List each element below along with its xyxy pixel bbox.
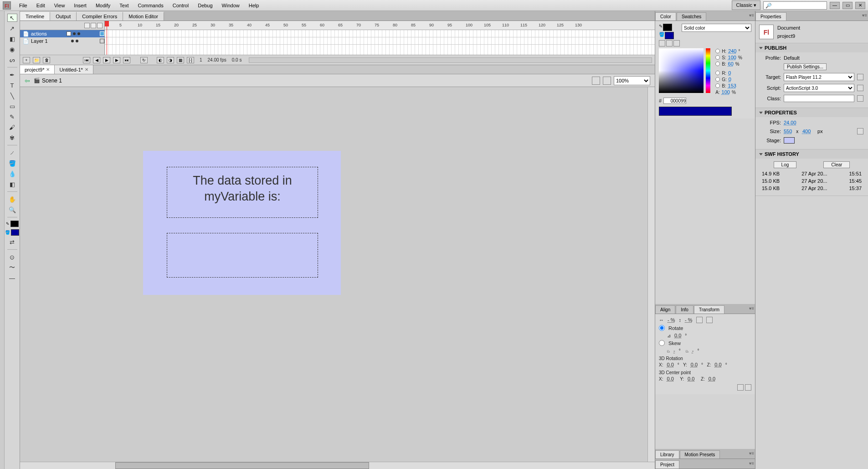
swf-log-button[interactable]: Log bbox=[774, 161, 797, 168]
tab-compiler-errors[interactable]: Compiler Errors bbox=[77, 12, 123, 21]
brush-tool[interactable]: 🖌 bbox=[7, 123, 17, 131]
close-tab-icon[interactable]: ✕ bbox=[85, 67, 88, 72]
color-type-select[interactable]: Solid color bbox=[682, 24, 751, 32]
rectangle-tool[interactable]: ▭ bbox=[7, 102, 17, 110]
swap-color-icon[interactable] bbox=[673, 40, 680, 46]
doc-tab-untitled[interactable]: Untitled-1* ✕ bbox=[55, 65, 93, 74]
size-width[interactable]: 550 bbox=[784, 129, 792, 134]
edit-class-icon[interactable] bbox=[857, 95, 863, 102]
paint-bucket-tool[interactable]: 🪣 bbox=[7, 159, 17, 167]
new-layer-button[interactable]: + bbox=[23, 57, 30, 63]
layer-row-actions[interactable]: 📄 actions bbox=[20, 30, 104, 37]
reset-transform-icon[interactable] bbox=[745, 384, 751, 391]
free-transform-tool[interactable]: ◧ bbox=[7, 35, 17, 43]
menu-file[interactable]: File bbox=[15, 1, 32, 10]
outline-column-icon[interactable] bbox=[97, 23, 103, 28]
skew-radio[interactable] bbox=[659, 340, 665, 346]
tab-timeline[interactable]: Timeline bbox=[20, 12, 50, 21]
eraser-tool[interactable]: ◧ bbox=[7, 180, 17, 188]
deco-tool[interactable]: ✾ bbox=[7, 134, 17, 142]
menu-commands[interactable]: Commands bbox=[133, 1, 168, 10]
stage-color-swatch[interactable] bbox=[784, 137, 795, 144]
menu-window[interactable]: Window bbox=[217, 1, 244, 10]
swap-colors-icon[interactable]: ⇄ bbox=[7, 238, 17, 246]
onion-markers-button[interactable]: [·] bbox=[187, 57, 194, 63]
back-arrow-icon[interactable]: ⇦ bbox=[25, 77, 30, 84]
smooth-tool[interactable]: 〜 bbox=[7, 263, 17, 272]
tab-motion-presets[interactable]: Motion Presets bbox=[680, 450, 720, 459]
text-field-2[interactable] bbox=[167, 233, 318, 278]
maximize-button[interactable]: ▭ bbox=[842, 2, 853, 9]
snap-icon[interactable]: ⊙ bbox=[7, 253, 17, 261]
close-tab-icon[interactable]: ✕ bbox=[46, 67, 50, 72]
workspace-switcher[interactable]: Classic ▾ bbox=[732, 0, 760, 10]
goto-last-button[interactable]: ⏭ bbox=[123, 57, 130, 63]
color-picker[interactable] bbox=[659, 48, 704, 93]
text-tool[interactable]: T bbox=[7, 81, 17, 89]
tab-info[interactable]: Info bbox=[676, 305, 693, 314]
menu-edit[interactable]: Edit bbox=[32, 1, 50, 10]
menu-control[interactable]: Control bbox=[168, 1, 193, 10]
stroke-swatch[interactable] bbox=[10, 221, 19, 227]
lock-column-icon[interactable] bbox=[91, 23, 96, 28]
new-folder-button[interactable]: 📁 bbox=[33, 57, 40, 63]
menu-text[interactable]: Text bbox=[115, 1, 133, 10]
hex-input[interactable] bbox=[663, 98, 686, 104]
edit-multi-button[interactable]: ▦ bbox=[177, 57, 184, 63]
vertical-scrollbar[interactable] bbox=[647, 87, 655, 462]
tab-swatches[interactable]: Swatches bbox=[677, 12, 706, 21]
eyedropper-tool[interactable]: 💧 bbox=[7, 170, 17, 178]
frame-ruler[interactable]: 1510152025303540455055606570758085909510… bbox=[105, 21, 655, 30]
search-input[interactable] bbox=[763, 1, 827, 10]
reset-scale-icon[interactable] bbox=[706, 317, 713, 323]
menu-insert[interactable]: Insert bbox=[69, 1, 91, 10]
stage[interactable]: The data stored in myVariable is: bbox=[143, 151, 341, 295]
tab-motion-editor[interactable]: Motion Editor bbox=[123, 12, 164, 21]
panel-menu-icon[interactable]: ▾≡ bbox=[749, 13, 754, 18]
onion-outline-button[interactable]: ◑ bbox=[167, 57, 174, 63]
stroke-color-swatch[interactable] bbox=[663, 24, 672, 31]
tab-project[interactable]: Project bbox=[655, 460, 679, 469]
close-button[interactable]: ✕ bbox=[855, 2, 865, 9]
goto-first-button[interactable]: ⏮ bbox=[83, 57, 90, 63]
duplicate-transform-icon[interactable] bbox=[737, 384, 744, 391]
menu-view[interactable]: View bbox=[50, 1, 70, 10]
eye-column-icon[interactable] bbox=[84, 23, 90, 28]
constrain-icon[interactable] bbox=[696, 317, 703, 323]
s-radio[interactable] bbox=[715, 55, 720, 60]
panel-menu-icon[interactable]: ▾≡ bbox=[749, 306, 754, 311]
frames-area[interactable]: 1510152025303540455055606570758085909510… bbox=[105, 21, 655, 55]
script-settings-icon[interactable] bbox=[857, 85, 863, 91]
bone-tool[interactable]: ⟋ bbox=[7, 149, 17, 157]
tab-color[interactable]: Color bbox=[655, 12, 676, 21]
target-settings-icon[interactable] bbox=[857, 74, 863, 80]
loop-button[interactable]: ↻ bbox=[140, 57, 148, 63]
lasso-tool[interactable]: ᔕ bbox=[7, 56, 17, 64]
doc-tab-project9[interactable]: project9* ✕ bbox=[20, 65, 55, 74]
target-select[interactable]: Flash Player 11.2 bbox=[784, 73, 854, 81]
swf-clear-button[interactable]: Clear bbox=[823, 161, 850, 168]
menu-debug[interactable]: Debug bbox=[193, 1, 217, 10]
fill-swatch[interactable] bbox=[11, 229, 19, 236]
step-back-button[interactable]: ◀ bbox=[93, 57, 100, 63]
zoom-select[interactable]: 100% bbox=[614, 76, 650, 85]
onion-skin-button[interactable]: ◐ bbox=[157, 57, 164, 63]
edit-scene-button[interactable] bbox=[592, 77, 600, 85]
bl-radio[interactable] bbox=[715, 83, 720, 88]
tab-properties[interactable]: Properties bbox=[755, 12, 786, 21]
layer-row-1[interactable]: 📄 Layer 1 bbox=[20, 37, 104, 45]
g-radio[interactable] bbox=[715, 77, 720, 82]
text-field-1[interactable]: The data stored in myVariable is: bbox=[167, 167, 318, 218]
3d-rotation-tool[interactable]: ◉ bbox=[7, 45, 17, 53]
no-color-icon[interactable] bbox=[666, 40, 673, 46]
r-radio[interactable] bbox=[715, 71, 720, 75]
h-radio[interactable] bbox=[715, 49, 720, 53]
fps-value[interactable]: 24.00 bbox=[784, 120, 796, 125]
hue-slider[interactable] bbox=[706, 48, 710, 93]
b-radio[interactable] bbox=[715, 62, 720, 66]
delete-layer-button[interactable]: 🗑 bbox=[43, 57, 50, 63]
play-button[interactable]: ▶ bbox=[103, 57, 110, 63]
selection-tool[interactable]: ↖ bbox=[7, 14, 17, 22]
zoom-tool[interactable]: 🔍 bbox=[7, 206, 17, 214]
step-fwd-button[interactable]: ▶ bbox=[113, 57, 120, 63]
